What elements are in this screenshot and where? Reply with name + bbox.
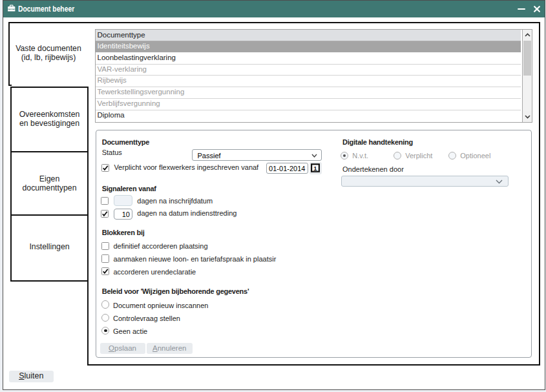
svg-text:1: 1 [313, 165, 317, 172]
